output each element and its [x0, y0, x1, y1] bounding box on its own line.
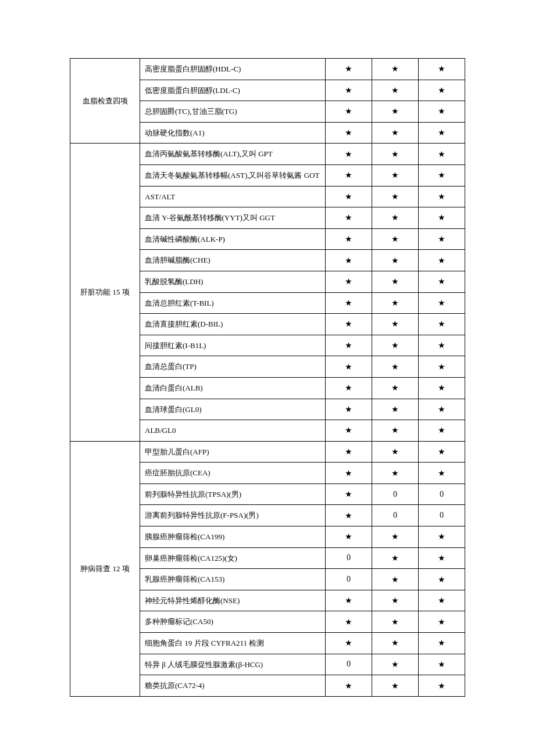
- mark-cell: ★: [326, 335, 372, 356]
- mark-cell: ★: [326, 122, 372, 144]
- mark-cell: ★: [419, 463, 465, 484]
- mark-cell: ★: [326, 144, 372, 165]
- mark-cell: ★: [326, 526, 372, 548]
- mark-cell: ★: [419, 228, 465, 250]
- mark-cell: ★: [419, 207, 465, 229]
- item-cell: 神经元特异性烯醇化酶(NSE): [140, 590, 326, 611]
- mark-cell: ★: [372, 144, 419, 165]
- mark-cell: ★: [326, 292, 372, 314]
- mark-cell: ★: [419, 250, 465, 271]
- mark-cell: ★: [326, 377, 372, 399]
- mark-cell: 0: [372, 505, 419, 526]
- mark-cell: ★: [326, 59, 372, 80]
- mark-cell: ★: [372, 122, 419, 144]
- medical-items-table: 血脂检查四项高密度脂蛋白胆固醇(HDL-C)★★★低密度脂蛋白胆固醇(LDL-C…: [70, 58, 465, 697]
- item-cell: 乳酸脱氢酶(LDH): [140, 271, 326, 292]
- item-cell: ALB/GL0: [140, 420, 326, 442]
- mark-cell: ★: [419, 144, 465, 165]
- mark-cell: ★: [419, 356, 465, 378]
- mark-cell: 0: [326, 654, 372, 675]
- mark-cell: ★: [326, 675, 372, 697]
- mark-cell: ★: [372, 356, 419, 378]
- mark-cell: ★: [372, 441, 419, 463]
- item-cell: 血清总蛋白(TP): [140, 356, 326, 378]
- item-cell: 血清直接胆红素(D-BIL): [140, 314, 326, 335]
- mark-cell: 0: [419, 505, 465, 526]
- mark-cell: ★: [372, 463, 419, 484]
- mark-cell: ★: [372, 271, 419, 292]
- mark-cell: ★: [419, 59, 465, 80]
- mark-cell: ★: [372, 314, 419, 335]
- item-cell: 低密度脂蛋白胆固醇(LDL-C): [140, 80, 326, 101]
- mark-cell: ★: [326, 250, 372, 271]
- mark-cell: ★: [372, 101, 419, 123]
- mark-cell: ★: [419, 314, 465, 335]
- mark-cell: ★: [326, 483, 372, 505]
- item-cell: AST/ALT: [140, 186, 326, 207]
- mark-cell: ★: [419, 590, 465, 611]
- item-cell: 糖类抗原(CA72-4): [140, 675, 326, 697]
- item-cell: 卵巢癌肿瘤筛检(CA125)(女): [140, 547, 326, 569]
- item-cell: 血清天冬氨酸氨基转移幅(AST),又叫谷草转氨酱 GOT: [140, 164, 326, 186]
- mark-cell: ★: [326, 590, 372, 611]
- item-cell: 高密度脂蛋白胆固醇(HDL-C): [140, 59, 326, 80]
- mark-cell: ★: [419, 526, 465, 548]
- item-cell: 间接胆红素(I-B1L): [140, 335, 326, 356]
- mark-cell: ★: [372, 633, 419, 654]
- item-cell: 血清总胆红素(T-BIL): [140, 292, 326, 314]
- mark-cell: ★: [326, 420, 372, 442]
- mark-cell: ★: [326, 463, 372, 484]
- mark-cell: ★: [326, 611, 372, 633]
- mark-cell: ★: [419, 633, 465, 654]
- mark-cell: ★: [372, 547, 419, 569]
- category-cell: 肝脏功能 15 项: [70, 144, 140, 441]
- mark-cell: ★: [372, 590, 419, 611]
- item-cell: 动脉硬化指数(A1): [140, 122, 326, 144]
- mark-cell: ★: [419, 569, 465, 590]
- mark-cell: ★: [372, 59, 419, 80]
- mark-cell: ★: [326, 80, 372, 101]
- mark-cell: ★: [419, 101, 465, 123]
- mark-cell: ★: [419, 122, 465, 144]
- item-cell: 血清胆碱脂酶(CHE): [140, 250, 326, 271]
- mark-cell: ★: [419, 441, 465, 463]
- mark-cell: ★: [372, 335, 419, 356]
- item-cell: 癌症胚胎抗原(CEA): [140, 463, 326, 484]
- mark-cell: ★: [419, 547, 465, 569]
- mark-cell: ★: [419, 335, 465, 356]
- mark-cell: 0: [372, 483, 419, 505]
- item-cell: 乳腺癌肿瘤筛检(CA153): [140, 569, 326, 590]
- item-cell: 细胞角蛋白 19 片段 CYFRA211 检测: [140, 633, 326, 654]
- mark-cell: ★: [372, 675, 419, 697]
- category-cell: 血脂检查四项: [70, 59, 140, 144]
- mark-cell: ★: [372, 569, 419, 590]
- mark-cell: 0: [326, 547, 372, 569]
- mark-cell: ★: [326, 633, 372, 654]
- mark-cell: ★: [326, 314, 372, 335]
- mark-cell: 0: [326, 569, 372, 590]
- mark-cell: ★: [372, 164, 419, 186]
- mark-cell: ★: [372, 186, 419, 207]
- mark-cell: ★: [419, 164, 465, 186]
- mark-cell: ★: [419, 399, 465, 420]
- mark-cell: ★: [372, 399, 419, 420]
- item-cell: 多种肿瘤标记(CA50): [140, 611, 326, 633]
- mark-cell: ★: [419, 377, 465, 399]
- mark-cell: ★: [419, 675, 465, 697]
- mark-cell: ★: [372, 207, 419, 229]
- mark-cell: ★: [419, 420, 465, 442]
- mark-cell: ★: [326, 356, 372, 378]
- mark-cell: ★: [372, 228, 419, 250]
- mark-cell: ★: [372, 654, 419, 675]
- mark-cell: ★: [419, 80, 465, 101]
- category-cell: 肿病筛查 12 项: [70, 441, 140, 696]
- mark-cell: ★: [419, 654, 465, 675]
- item-cell: 胰腺癌肿瘤筛检(CA199): [140, 526, 326, 548]
- mark-cell: ★: [419, 271, 465, 292]
- mark-cell: ★: [326, 186, 372, 207]
- table-row: 肝脏功能 15 项血清丙氨酸氨基转移酶(ALT),又叫 GPT★★★: [70, 144, 465, 165]
- mark-cell: ★: [326, 399, 372, 420]
- table-row: 肿病筛查 12 项甲型胎儿蛋白(AFP)★★★: [70, 441, 465, 463]
- mark-cell: ★: [372, 80, 419, 101]
- mark-cell: ★: [419, 292, 465, 314]
